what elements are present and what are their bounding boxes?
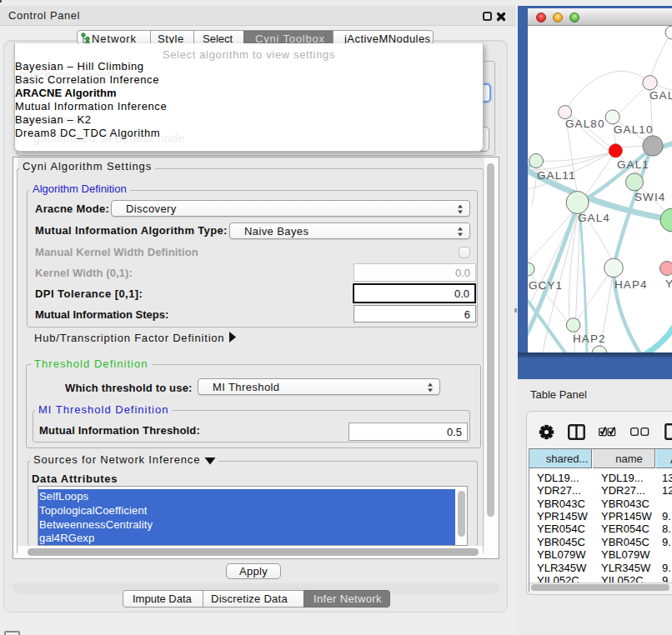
svg-text:SWI4: SWI4 <box>634 191 665 203</box>
svg-text:GAL10: GAL10 <box>614 123 654 136</box>
svg-text:GAL80: GAL80 <box>565 118 605 130</box>
svg-text:GAL: GAL <box>649 89 672 102</box>
svg-text:HAP2: HAP2 <box>573 332 606 345</box>
svg-text:Y: Y <box>665 278 672 290</box>
svg-text:GAL4: GAL4 <box>578 212 610 224</box>
svg-text:GCY1: GCY1 <box>529 279 563 292</box>
svg-text:HAP4: HAP4 <box>614 278 648 291</box>
svg-text:GAL1: GAL1 <box>617 158 649 171</box>
svg-text:GAL11: GAL11 <box>537 169 576 182</box>
